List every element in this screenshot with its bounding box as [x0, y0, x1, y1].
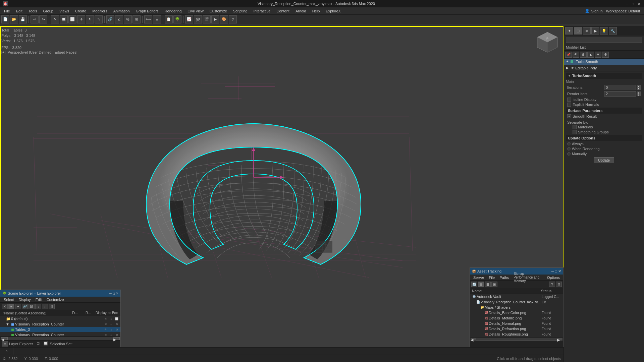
render-btn-4[interactable]: ☼	[109, 333, 114, 336]
close-button[interactable]: ✕	[637, 1, 641, 6]
metallic-row[interactable]: 🖼 Details_Metallic.png Found	[470, 315, 563, 321]
editable-poly-visibility[interactable]: 👁	[571, 66, 574, 70]
at-close[interactable]: ✕	[558, 269, 561, 274]
display-tab[interactable]: 💡	[600, 27, 608, 35]
materials-checkbox[interactable]	[573, 125, 577, 129]
view-cube[interactable]: P	[534, 29, 561, 56]
base-color-row[interactable]: 🖼 Details_BaseColor.png Found	[470, 310, 563, 315]
menu-arnold[interactable]: Arnold	[293, 8, 309, 14]
turbosmooth-visibility[interactable]: 👁	[566, 60, 569, 63]
object-name-input[interactable]: Tables_3	[566, 37, 642, 43]
move-button[interactable]: ✛	[77, 15, 85, 23]
se-display-menu[interactable]: Display	[17, 298, 33, 302]
render-btn-row[interactable]: ☼	[109, 317, 114, 321]
scene-explorer-btn[interactable]: 🌳	[173, 15, 181, 23]
material-editor[interactable]: 🎨	[220, 15, 228, 23]
eye-btn-3[interactable]: 👁	[104, 327, 108, 331]
menu-civil-view[interactable]: Civil View	[185, 8, 206, 14]
tables3-row[interactable]: ◼ Tables_3 👁 ☼ ⚙	[0, 327, 120, 332]
motion-tab[interactable]: ▶	[591, 27, 599, 35]
at-minimize[interactable]: ─	[551, 269, 554, 274]
reception-counter-row[interactable]: ▼ ◼ Visionary_Reception_Counter 👁 ☼ ⚙	[0, 321, 120, 327]
at-scroll-track[interactable]	[476, 338, 557, 341]
refraction-row[interactable]: 🖼 Details_Refraction.png Found	[470, 326, 563, 331]
menu-edit[interactable]: Edit	[13, 8, 25, 14]
se-filter-btn[interactable]: ✕	[2, 304, 8, 309]
menu-help[interactable]: Help	[310, 8, 323, 14]
open-button[interactable]: 📂	[10, 15, 18, 23]
eye-btn[interactable]: 👁	[104, 317, 108, 321]
configure-buttons[interactable]: ⚙	[602, 52, 609, 58]
render-btn[interactable]: ▶	[211, 15, 219, 23]
menu-create[interactable]: Create	[72, 8, 89, 14]
at-scroll-left[interactable]: ◀	[471, 338, 476, 341]
show-in-viewport[interactable]: 👁	[573, 52, 579, 58]
layer-default-row[interactable]: 📁 0 (default) 👁 ☼ ⬜	[0, 316, 120, 321]
se-select-menu[interactable]: Select	[2, 298, 16, 302]
select-region[interactable]: ⬜	[68, 15, 76, 23]
expand-collapse-btn[interactable]: ▼	[6, 322, 10, 326]
at-list-btn[interactable]: ☰	[485, 282, 491, 287]
se-scroll-left[interactable]: ◀	[1, 337, 8, 340]
at-refresh-btn[interactable]: 🔄	[471, 282, 477, 287]
move-modifier-down[interactable]: ▼	[595, 52, 601, 58]
expand-arrow[interactable]: ▶	[566, 66, 569, 70]
layer-manager[interactable]: 📋	[165, 15, 173, 23]
rotate-button[interactable]: ↻	[86, 15, 94, 23]
at-server-menu[interactable]: Server	[471, 276, 486, 280]
at-bitmap-menu[interactable]: Bitmap Performance and Memory	[512, 272, 544, 283]
when-rendering-radio[interactable]	[567, 147, 571, 150]
menu-scripting[interactable]: Scripting	[230, 8, 250, 14]
isoline-display-checkbox[interactable]	[567, 98, 571, 102]
settings-btn-3[interactable]: ⚙	[114, 327, 119, 331]
normal-row[interactable]: 🖼 Details_Normal.png Found	[470, 321, 563, 326]
create-tab[interactable]: ✦	[565, 27, 573, 35]
layer-explorer-icon[interactable]: ≡	[2, 341, 8, 347]
menu-content[interactable]: Content	[274, 8, 292, 14]
smooth-result-checkbox[interactable]	[567, 114, 571, 118]
always-radio[interactable]	[567, 142, 571, 145]
turbosmooth-modifier[interactable]: 👁 TurboSmooth	[564, 59, 644, 65]
se-scroll-track[interactable]	[8, 337, 113, 340]
se-link-btn[interactable]: 🔗	[22, 304, 28, 309]
se-close[interactable]: ✕	[116, 292, 118, 295]
pin-button[interactable]: 📌	[565, 52, 572, 58]
align-button[interactable]: ≡	[153, 15, 161, 23]
at-maximize[interactable]: □	[555, 269, 557, 274]
schematic-view[interactable]: 🕸	[194, 15, 202, 23]
update-button[interactable]: Update	[594, 157, 614, 163]
se-maximize[interactable]: □	[113, 292, 115, 295]
se-expand-btn[interactable]: ↕	[35, 304, 41, 309]
se-edit-menu[interactable]: Edit	[34, 298, 44, 302]
eye-btn-4[interactable]: 👁	[104, 333, 108, 336]
menu-interactive[interactable]: Interactive	[251, 8, 273, 14]
modify-tab[interactable]: ⊡	[574, 27, 582, 35]
iterations-down[interactable]: ▼	[637, 87, 641, 90]
turbosmooth-header[interactable]: ▼ TurboSmooth	[566, 73, 642, 79]
eye-btn-2[interactable]: 👁	[104, 322, 108, 326]
se-layers-btn[interactable]: ≡	[8, 304, 14, 309]
at-options-menu[interactable]: Options	[545, 276, 562, 280]
move-modifier-up[interactable]: ▲	[587, 52, 594, 58]
se-add-btn[interactable]: +	[15, 304, 21, 309]
at-grid-btn[interactable]: ⊞	[491, 282, 497, 287]
iterations-up[interactable]: ▲	[637, 85, 641, 87]
menu-animation[interactable]: Animation	[111, 8, 132, 14]
undo-button[interactable]: ↩	[31, 15, 39, 23]
at-settings-btn[interactable]: ⚙	[556, 282, 562, 287]
menu-file[interactable]: File	[1, 8, 13, 14]
maximize-button[interactable]: □	[631, 1, 635, 6]
maps-shaders-row[interactable]: 📁 Maps / Shaders	[470, 305, 563, 310]
menu-tools[interactable]: Tools	[26, 8, 40, 14]
timeline-start[interactable]: 0	[0, 348, 13, 355]
menu-modifiers[interactable]: Modifiers	[90, 8, 110, 14]
update-options-header[interactable]: Update Options	[566, 135, 642, 141]
selection-icon[interactable]: ⊡	[37, 341, 42, 347]
se-scroll-right[interactable]: ▶	[113, 337, 120, 340]
scene-explorer-controls[interactable]: ─ □ ✕	[109, 292, 118, 295]
manually-radio[interactable]	[567, 152, 571, 156]
se-settings-btn[interactable]: ⚙	[49, 304, 55, 309]
redo-button[interactable]: ↪	[39, 15, 47, 23]
snap-toggle[interactable]: 🔗	[106, 15, 114, 23]
render-btn-3[interactable]: ☼	[109, 327, 114, 331]
